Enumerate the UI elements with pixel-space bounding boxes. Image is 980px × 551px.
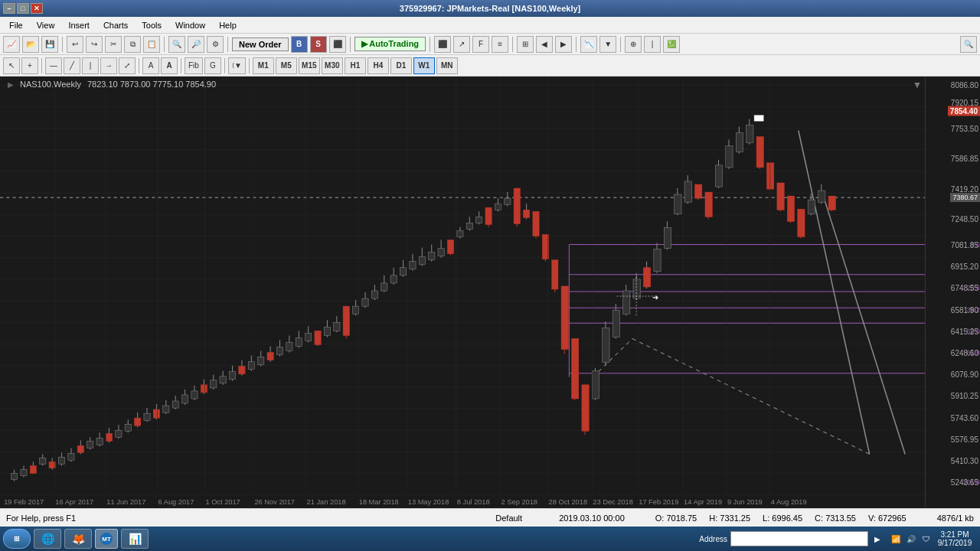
tf-m30[interactable]: M30 [322,57,343,74]
svg-rect-156 [592,371,599,399]
sell-btn[interactable]: S [310,36,327,53]
zoom-fit-btn[interactable]: ⊞ [517,36,534,53]
channel-btn[interactable]: ≡ [492,36,508,53]
address-go-btn[interactable]: ▶ [871,533,884,545]
chart-ohlc: 7823.10 7873.00 7775.10 7854.90 [87,80,216,89]
angle-tool[interactable]: ⟨▼ [228,57,246,74]
memory-usage: 4876/1 kb [937,514,974,523]
indicator-btn[interactable]: 📉 [580,36,597,53]
copy-btn[interactable]: ⧉ [124,36,141,53]
fib-retr-tool[interactable]: Fib [185,57,203,74]
menu-tools[interactable]: Tools [136,19,168,31]
buy-btn[interactable]: B [291,36,308,53]
price-7248: 7248.50 [951,215,978,223]
svg-rect-52 [96,438,103,445]
sep8 [620,37,621,52]
paste-btn[interactable]: 📋 [143,36,160,53]
tf-h4[interactable]: H4 [368,57,389,74]
svg-rect-54 [106,433,112,441]
tf-h1[interactable]: H1 [345,57,366,74]
vline-tool[interactable]: | [82,57,99,74]
cursor-tool[interactable]: ↖ [3,57,20,74]
svg-rect-158 [603,328,609,362]
zoom-in-btn[interactable]: 🔍 [168,36,185,53]
tline-tool[interactable]: ╱ [64,57,80,74]
tf-m1[interactable]: M1 [253,57,274,74]
period-sep-btn[interactable]: | [644,36,661,53]
svg-rect-140 [514,188,520,223]
menu-charts[interactable]: Charts [97,19,134,31]
dsep5 [249,58,250,73]
menu-insert[interactable]: Insert [62,19,96,31]
new-chart-btn[interactable]: 📈 [3,36,20,53]
tf-m5[interactable]: M5 [276,57,297,74]
tf-d1[interactable]: D1 [390,57,412,74]
tf-m15[interactable]: M15 [299,57,320,74]
menu-file[interactable]: File [3,19,29,31]
scroll-left-btn[interactable]: ◀ [536,36,553,53]
search-btn[interactable]: 🔍 [960,36,977,53]
infoline-tool[interactable]: ⤢ [119,57,136,74]
maximize-button[interactable]: □ [17,3,29,14]
svg-text:26 Nov 2017: 26 Nov 2017 [254,498,295,506]
redo-btn[interactable]: ↪ [86,36,103,53]
save-btn[interactable]: 💾 [41,36,58,53]
candle-group-2017-early [11,425,122,481]
crosshair-btn[interactable]: ⊕ [625,36,642,53]
dsep4 [224,58,225,73]
new-order-button[interactable]: New Order [232,37,289,51]
template-btn[interactable]: ▼ [599,36,616,53]
undo-btn[interactable]: ↩ [67,36,83,53]
chart-area[interactable]: ▶ NAS100.Weekly 7823.10 7873.00 7775.10 … [0,77,925,508]
svg-rect-198 [787,196,794,221]
sep5 [430,37,430,52]
svg-rect-187 [736,133,743,152]
trading-btn[interactable]: 💹 [663,36,680,53]
address-input[interactable] [730,531,868,546]
label-tool[interactable]: A [161,57,178,74]
price-7586: 7586.85 [951,155,978,163]
menu-window[interactable]: Window [169,19,211,31]
line-btn[interactable]: ⬛ [434,36,451,53]
hline-tool[interactable]: — [45,57,62,74]
open-btn[interactable]: 📂 [22,36,39,53]
taskbar-firefox[interactable]: 🦊 [64,529,92,549]
tf-mn[interactable]: MN [436,57,458,74]
svg-text:➜: ➜ [652,293,658,302]
zoom-out-btn[interactable]: 🔎 [188,36,204,53]
svg-rect-188 [754,115,763,121]
tf-w1[interactable]: W1 [413,57,435,74]
text-tool[interactable]: A [142,57,159,74]
tray-security[interactable]: 🛡 [920,533,933,545]
crosshair-tool[interactable]: + [21,57,38,74]
candle-group-2019: ➜ [603,115,836,365]
properties-btn[interactable]: ⚙ [207,36,224,53]
svg-rect-124 [438,249,444,256]
tray-network[interactable]: 📶 [890,533,902,545]
tray-volume[interactable]: 🔊 [905,533,917,545]
close-button[interactable]: ✕ [31,3,43,14]
gann-tool[interactable]: G [204,57,221,74]
fib-btn[interactable]: F [472,36,489,53]
autotrading-button[interactable]: ▶ AutoTrading [354,37,426,51]
close-all-btn[interactable]: ⬛ [329,36,346,53]
taskbar-ie[interactable]: 🌐 [34,529,61,549]
system-clock[interactable]: 3:21 PM 9/17/2019 [936,530,974,547]
clock-date: 9/17/2019 [938,539,972,547]
arrow-btn[interactable]: ↗ [453,36,470,53]
cut-btn[interactable]: ✂ [105,36,122,53]
price-5243: 5243.65 [951,478,978,487]
taskbar-metatrader[interactable]: MT [95,529,118,549]
svg-rect-148 [552,260,558,289]
ray-tool[interactable]: → [100,57,117,74]
dashed-price-label: 7380.67 [950,193,980,202]
svg-rect-181 [705,192,712,217]
start-button[interactable]: ⊞ [3,529,31,549]
svg-rect-48 [77,445,83,452]
minimize-button[interactable]: – [3,3,15,14]
menu-help[interactable]: Help [213,19,243,31]
menu-view[interactable]: View [31,19,61,31]
candle-group-2018 [324,188,558,338]
scroll-right-btn[interactable]: ▶ [555,36,572,53]
taskbar-app2[interactable]: 📊 [121,529,149,549]
